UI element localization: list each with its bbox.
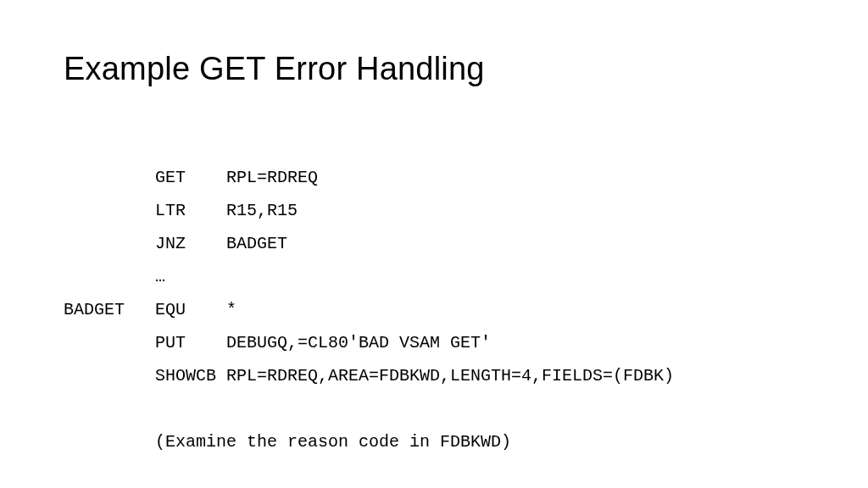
code-line: LTR R15,R15: [64, 201, 298, 220]
code-block: GET RPL=RDREQ LTR R15,R15 JNZ BADGET … B…: [64, 128, 804, 458]
code-line: GET RPL=RDREQ: [64, 168, 318, 187]
code-line: …: [64, 267, 165, 286]
code-line: JNZ BADGET: [64, 234, 287, 253]
slide-title: Example GET Error Handling: [64, 51, 804, 87]
code-line: (Examine the reason code in FDBKWD): [64, 432, 511, 452]
code-line: BADGET EQU *: [64, 300, 236, 319]
code-line: SHOWCB RPL=RDREQ,AREA=FDBKWD,LENGTH=4,FI…: [64, 366, 674, 385]
code-line: PUT DEBUGQ,=CL80'BAD VSAM GET': [64, 333, 491, 352]
